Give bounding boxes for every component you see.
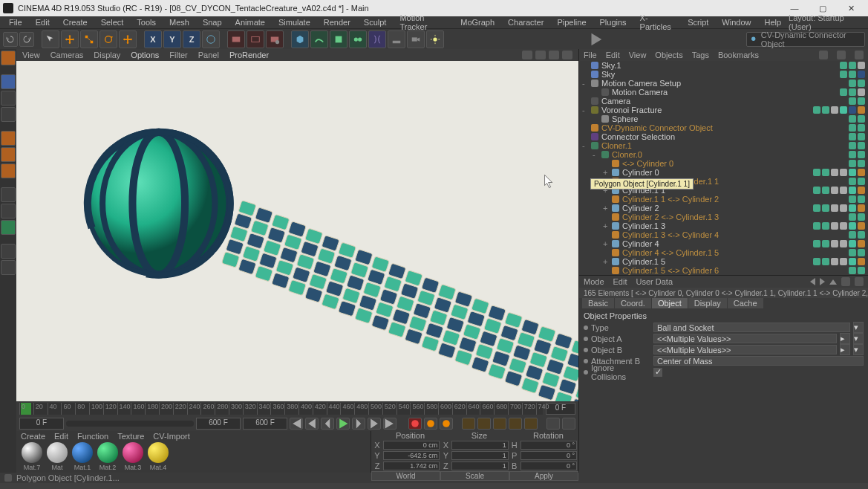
y-axis-icon[interactable]: Y: [163, 30, 181, 48]
object-label[interactable]: Connector Selection: [601, 132, 675, 141]
tag-on[interactable]: [849, 160, 856, 167]
attr-back-icon[interactable]: [810, 278, 815, 285]
coord-field[interactable]: 0 °: [521, 451, 577, 460]
tag-phong[interactable]: [831, 204, 838, 212]
add-cube-icon[interactable]: [291, 30, 309, 48]
add-environment-icon[interactable]: [388, 30, 405, 48]
x-axis-icon[interactable]: X: [144, 30, 162, 48]
tag-mat1[interactable]: [849, 187, 856, 194]
tag-dyn[interactable]: [858, 240, 865, 247]
tag-on[interactable]: [858, 124, 865, 132]
make-editable-icon[interactable]: [1, 51, 16, 65]
menu-file[interactable]: File: [3, 17, 28, 27]
undo-button[interactable]: [3, 32, 18, 47]
attr-tab-object[interactable]: Object: [652, 298, 688, 308]
layout-selector[interactable]: Layout: Startup (User): [789, 13, 865, 31]
menu-help[interactable]: Help: [758, 17, 787, 27]
axis-mode-icon[interactable]: [1, 187, 16, 202]
render-view-icon[interactable]: [227, 30, 245, 48]
object-label[interactable]: <-> Cylinder 0: [622, 159, 673, 168]
playback-slider[interactable]: [66, 421, 194, 427]
attr-link-icon[interactable]: ▸: [840, 333, 850, 344]
end-frame[interactable]: 600 F: [196, 418, 241, 430]
attr-dropdown-icon[interactable]: ▾: [853, 344, 864, 355]
tag-mat1[interactable]: [849, 222, 856, 230]
tag-on[interactable]: [822, 258, 829, 265]
tag-on[interactable]: [822, 169, 829, 176]
object-label[interactable]: Cylinder.1 5: [622, 257, 665, 266]
menu-animate[interactable]: Animate: [229, 17, 271, 27]
object-label[interactable]: Cylinder 0: [622, 168, 659, 177]
tag-on[interactable]: [849, 88, 856, 96]
tag-on[interactable]: [858, 160, 865, 167]
object-row[interactable]: Cylinder 4 <-> Cylinder.1 5: [579, 248, 868, 257]
objmgr-menu-bookmarks[interactable]: Bookmarks: [718, 51, 759, 59]
object-row[interactable]: Sky: [579, 70, 868, 79]
coord-apply-button[interactable]: Apply: [509, 471, 578, 481]
attr-dropdown-icon[interactable]: ▾: [853, 333, 864, 344]
scale-key-icon[interactable]: [477, 418, 491, 430]
pla-key-icon[interactable]: [524, 418, 538, 430]
view-pan-icon[interactable]: [522, 51, 532, 59]
prev-key-icon[interactable]: [305, 418, 319, 430]
tag-on[interactable]: [849, 71, 856, 78]
attr-tab-coord[interactable]: Coord.: [615, 298, 651, 308]
render-region-icon[interactable]: [247, 30, 264, 48]
timeline-ruler[interactable]: 0204060801001201401601802002202402602803…: [19, 403, 543, 415]
tag-dyn[interactable]: [858, 258, 865, 265]
tag-on[interactable]: [840, 62, 847, 69]
tag-on[interactable]: [813, 187, 820, 194]
menu-motion-tracker[interactable]: Motion Tracker: [394, 13, 453, 32]
material-swatch[interactable]: Mat.1: [71, 442, 94, 471]
material-swatch[interactable]: Mat.7: [21, 442, 43, 471]
attr-link-icon[interactable]: ▸: [840, 344, 850, 355]
menu-pipeline[interactable]: Pipeline: [551, 17, 592, 27]
objmgr-view-icon[interactable]: [855, 51, 864, 59]
rotate-tool-icon[interactable]: [99, 30, 117, 48]
object-row[interactable]: Connector Selection: [579, 132, 868, 141]
tag-on[interactable]: [840, 71, 847, 78]
record-button[interactable]: [408, 418, 422, 430]
menu-select[interactable]: Select: [95, 17, 130, 27]
expand-toggle[interactable]: +: [603, 168, 609, 177]
objmgr-filter-icon[interactable]: [837, 51, 846, 59]
attr-dropdown-icon[interactable]: ▾: [853, 322, 864, 333]
attr-fwd-icon[interactable]: [820, 278, 825, 285]
anim-dot[interactable]: [584, 326, 588, 330]
objmgr-menu-file[interactable]: File: [584, 51, 597, 59]
attr-menu-mode[interactable]: Mode: [584, 277, 604, 286]
viewmenu-view[interactable]: View: [22, 51, 40, 59]
object-row[interactable]: Cylinder.1 1 <-> Cylinder 2: [579, 195, 868, 204]
tag-on[interactable]: [813, 204, 820, 212]
tag-phong[interactable]: [840, 240, 847, 247]
tag-on[interactable]: [849, 151, 856, 158]
scale-tool-icon[interactable]: [80, 30, 98, 48]
tag-phong[interactable]: [831, 258, 838, 265]
object-row[interactable]: Cylinder 2 <-> Cylinder.1 3: [579, 213, 868, 221]
tag-dyn[interactable]: [858, 204, 865, 212]
fps-frame[interactable]: 600 F: [243, 418, 287, 430]
expand-toggle[interactable]: -: [582, 106, 588, 114]
object-row[interactable]: Sphere: [579, 114, 868, 123]
edge-mode-icon[interactable]: [1, 147, 16, 162]
menu-tools[interactable]: Tools: [131, 17, 162, 27]
anim-dot[interactable]: [584, 337, 588, 341]
menu-mograph[interactable]: MoGraph: [454, 17, 500, 27]
object-label[interactable]: Cylinder.1 3: [622, 221, 665, 230]
tag-on[interactable]: [858, 231, 865, 239]
objmgr-menu-edit[interactable]: Edit: [606, 51, 620, 59]
tag-on[interactable]: [858, 97, 865, 105]
object-label[interactable]: Cylinder.1 5 <-> Cylinder 6: [622, 266, 719, 275]
tag-dyn[interactable]: [858, 222, 865, 230]
attr-lock-icon[interactable]: [841, 277, 850, 286]
tag-on[interactable]: [849, 62, 856, 69]
object-label[interactable]: Cylinder 2: [622, 204, 659, 213]
tag-on[interactable]: [849, 133, 856, 140]
tag-dyn[interactable]: [858, 187, 865, 194]
tag-on[interactable]: [858, 249, 865, 256]
tag-mat1[interactable]: [849, 204, 856, 212]
object-row[interactable]: Sky.1: [579, 61, 868, 70]
object-label[interactable]: Voronoi Fracture: [601, 106, 662, 114]
tag-on[interactable]: [849, 80, 856, 87]
tag-on[interactable]: [822, 106, 829, 114]
